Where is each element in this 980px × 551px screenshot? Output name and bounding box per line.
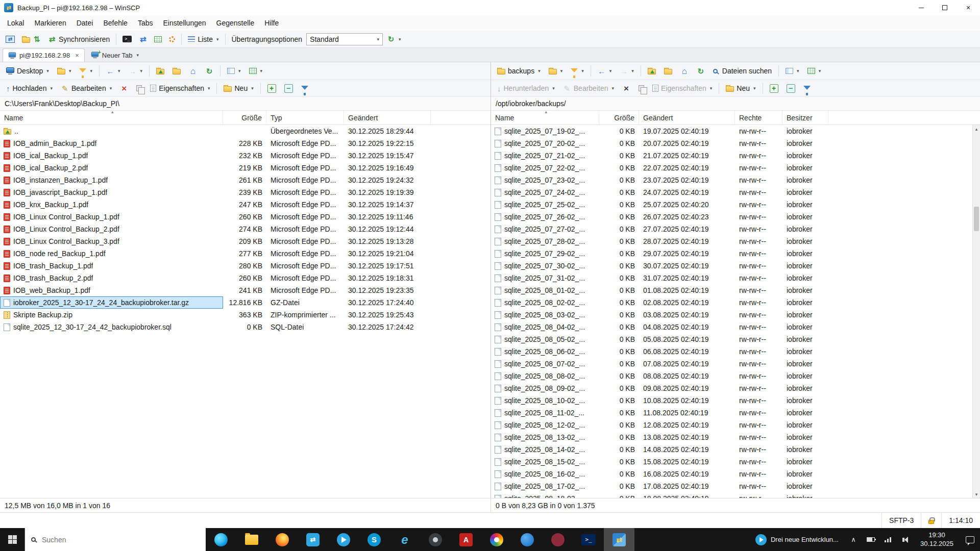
local-path-bar[interactable]: C:\Users\Frank\Desktop\Backup_PI\ <box>0 97 491 111</box>
file-row[interactable]: IOB_Linux Control_Backup_1.pdf 260 KB Mi… <box>0 211 491 223</box>
network-status[interactable] <box>879 528 897 551</box>
taskbar-clock[interactable]: 19:30 30.12.2025 <box>914 531 960 548</box>
file-row[interactable]: sqlite_2025_08_02-02_... 0 KB 02.08.2025… <box>491 296 980 309</box>
list-view-button[interactable]: Liste▾ <box>185 32 222 46</box>
file-row[interactable]: sqlite_2025_07_27-02_... 0 KB 27.07.2025… <box>491 223 980 235</box>
protocol-badge[interactable]: SFTP-3 <box>881 513 921 528</box>
file-row[interactable]: sqlite_2025_08_17-02_... 0 KB 17.08.2025… <box>491 480 980 492</box>
menu-item[interactable]: Markieren <box>29 16 71 30</box>
file-row[interactable]: sqlite_2025_07_19-02_... 0 KB 19.07.2025… <box>491 125 980 137</box>
remote-parent-directory-button[interactable] <box>644 64 659 78</box>
minimize-button[interactable]: ─ <box>910 0 933 15</box>
preferences-button[interactable] <box>166 32 178 46</box>
remote-home-directory-button[interactable]: ⌂ <box>677 64 692 78</box>
local-duplicate-button[interactable] <box>133 82 145 95</box>
file-row[interactable]: sqlite_2025_07_23-02_... 0 KB 23.07.2025… <box>491 174 980 186</box>
file-row[interactable]: IOB_ical_Backup_1.pdf 232 KB Microsoft E… <box>0 149 491 162</box>
remote-directory-tree-button[interactable]: ▾ <box>545 64 567 78</box>
new-session-button[interactable]: ⇄ <box>3 32 18 46</box>
file-row[interactable]: sqlite_2025_08_08-02_... 0 KB 08.08.2025… <box>491 370 980 382</box>
new-tab-button[interactable]: + Neuer Tab ▾ <box>86 48 144 62</box>
file-row[interactable]: sqlite_2025_08_16-02_... 0 KB 16.08.2025… <box>491 468 980 480</box>
taskbar-app-button[interactable] <box>206 528 236 551</box>
file-row[interactable]: sqlite_2025_07_31-02_... 0 KB 31.07.2025… <box>491 272 980 284</box>
file-row[interactable]: IOB_instanzen_Backup_1.pdf 261 KB Micros… <box>0 174 491 186</box>
file-row[interactable]: IOB_trash_Backup_2.pdf 260 KB Microsoft … <box>0 272 491 284</box>
maximize-button[interactable] <box>933 0 957 15</box>
menu-item[interactable]: Befehle <box>98 16 132 30</box>
taskbar-app-button[interactable] <box>328 528 359 551</box>
upload-button[interactable]: ↑Hochladen▾ <box>3 82 56 95</box>
local-parent-directory-button[interactable] <box>153 64 168 78</box>
vertical-scrollbar[interactable]: ▴ ▾ <box>972 125 980 498</box>
file-row[interactable]: sqlite_2025_12_30-17_24_42_backupiobroke… <box>0 321 491 333</box>
taskbar-search[interactable] <box>24 528 206 551</box>
file-row[interactable]: sqlite_2025_08_13-02_... 0 KB 13.08.2025… <box>491 431 980 443</box>
file-row[interactable]: IOB_admin_Backup_1.pdf 228 KB Microsoft … <box>0 137 491 149</box>
local-forward-button[interactable]: →▾ <box>125 64 146 78</box>
local-panel-options-button[interactable]: ▾ <box>246 64 266 78</box>
menu-item[interactable]: Lokal <box>2 16 29 30</box>
menu-item[interactable]: Datei <box>71 16 99 30</box>
column-header-size[interactable]: Größe <box>599 111 639 124</box>
find-files-button[interactable]: Dateien suchen <box>709 64 775 78</box>
menu-item[interactable]: Hilfe <box>259 16 284 30</box>
file-row[interactable]: sqlite_2025_07_29-02_... 0 KB 29.07.2025… <box>491 247 980 260</box>
remote-root-directory-button[interactable] <box>660 64 676 78</box>
taskbar-search-input[interactable] <box>42 536 175 544</box>
taskbar-app-button[interactable] <box>267 528 298 551</box>
transfer-preset-select[interactable]: Standard▾ <box>306 33 383 45</box>
file-row[interactable]: sqlite_2025_07_20-02_... 0 KB 20.07.2025… <box>491 137 980 149</box>
column-header-modified[interactable]: Geändert <box>344 111 431 124</box>
file-row[interactable]: IOB_ical_Backup_2.pdf 219 KB Microsoft E… <box>0 162 491 174</box>
remote-duplicate-button[interactable] <box>635 82 648 95</box>
file-row[interactable]: sqlite_2025_07_30-02_... 0 KB 30.07.2025… <box>491 260 980 272</box>
file-row[interactable]: sqlite_2025_08_06-02_... 0 KB 06.08.2025… <box>491 345 980 358</box>
local-new-button[interactable]: Neu▾ <box>220 82 257 95</box>
menu-item[interactable]: Tabs <box>133 16 158 30</box>
taskbar-app-button[interactable] <box>359 528 389 551</box>
taskbar-app-button[interactable] <box>543 528 573 551</box>
file-row[interactable]: sqlite_2025_08_14-02_... 0 KB 14.08.2025… <box>491 443 980 456</box>
remote-view-options-button[interactable]: ▾ <box>782 64 803 78</box>
file-row[interactable]: sqlite_2025_08_09-02_... 0 KB 09.08.2025… <box>491 382 980 394</box>
file-row[interactable]: sqlite_2025_07_26-02_... 0 KB 26.07.2025… <box>491 211 980 223</box>
column-header-rights[interactable]: Rechte <box>735 111 782 124</box>
local-edit-button[interactable]: ✎Bearbeiten▾ <box>57 82 115 95</box>
file-row[interactable]: IOB_Linux Control_Backup_3.pdf 209 KB Mi… <box>0 235 491 247</box>
file-row[interactable]: sqlite_2025_08_10-02_... 0 KB 10.08.2025… <box>491 394 980 407</box>
start-button[interactable] <box>0 528 24 551</box>
local-directory-tree-button[interactable]: ▾ <box>54 64 75 78</box>
local-filter-button[interactable]: ▾ <box>76 64 96 78</box>
scroll-down-icon[interactable]: ▾ <box>973 490 980 498</box>
taskbar-app-button[interactable] <box>481 528 512 551</box>
column-header-size[interactable]: Größe <box>223 111 266 124</box>
volume-status[interactable] <box>897 528 914 551</box>
remote-delete-button[interactable]: × <box>619 82 634 95</box>
taskbar-app-button[interactable] <box>298 528 328 551</box>
remote-unselect-button[interactable]: − <box>783 82 799 95</box>
local-refresh-button[interactable]: ↻ <box>202 64 217 78</box>
remote-refresh-button[interactable]: ↻ <box>693 64 708 78</box>
remote-filter-list-button[interactable] <box>800 82 814 95</box>
file-row[interactable]: sqlite_2025_08_15-02_... 0 KB 15.08.2025… <box>491 456 980 468</box>
menu-item[interactable]: Gegenstelle <box>211 16 260 30</box>
local-drive-selector[interactable]: Desktop▾ <box>3 64 53 78</box>
remote-properties-button[interactable]: Eigenschaften▾ <box>649 82 716 95</box>
file-row[interactable]: IOB_javascript_Backup_1.pdf 239 KB Micro… <box>0 186 491 198</box>
taskbar-app-button[interactable] <box>420 528 451 551</box>
local-select-button[interactable]: + <box>264 82 280 95</box>
close-button[interactable]: × <box>957 0 980 15</box>
file-row[interactable]: sqlite_2025_07_25-02_... 0 KB 25.07.2025… <box>491 198 980 211</box>
notification-toast[interactable]: Drei neue Entwicklun... <box>749 528 845 551</box>
encryption-segment[interactable] <box>921 513 941 528</box>
local-home-directory-button[interactable]: ⌂ <box>185 64 201 78</box>
file-row[interactable]: sqlite_2025_08_05-02_... 0 KB 05.08.2025… <box>491 333 980 345</box>
session-tab[interactable]: pi@192.168.2.98 × <box>3 48 85 62</box>
file-row[interactable]: IOB_Linux Control_Backup_2.pdf 274 KB Mi… <box>0 223 491 235</box>
sync-browsing-button[interactable]: ⇅ <box>19 32 44 46</box>
file-row[interactable]: sqlite_2025_08_07-02_... 0 KB 07.08.2025… <box>491 358 980 370</box>
local-root-directory-button[interactable] <box>169 64 184 78</box>
refresh-session-button[interactable]: ↻▾ <box>384 32 404 46</box>
local-back-button[interactable]: ←▾ <box>103 64 124 78</box>
